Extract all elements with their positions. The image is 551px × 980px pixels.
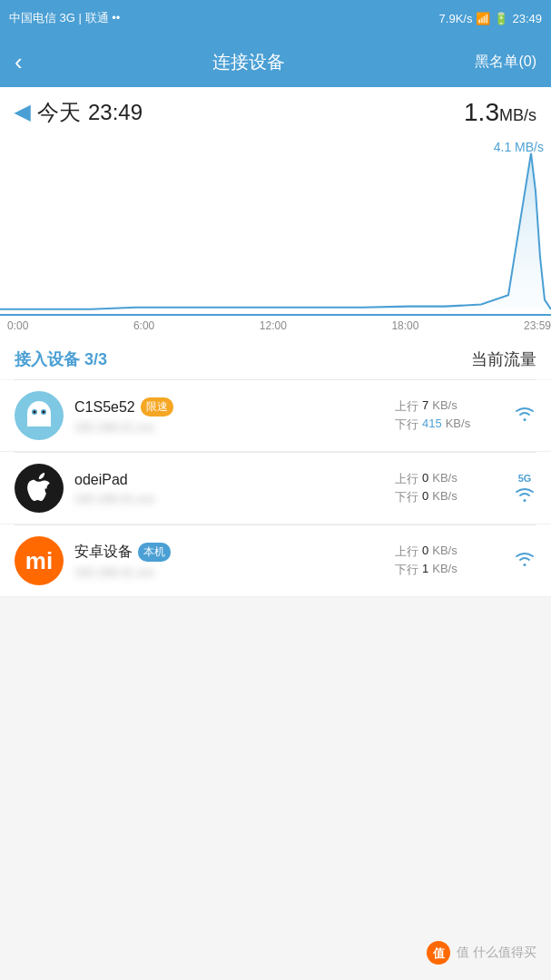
wifi-5g-icon: 5G: [513, 474, 536, 504]
device-traffic: 上行 0 KB/s 下行 0 KB/s: [395, 471, 495, 505]
chart-max-label: 4.1 MB/s: [494, 140, 544, 154]
device-info: 安卓设备 本机 192.168.31.xxx: [74, 543, 384, 579]
prev-day-arrow[interactable]: ◀: [15, 101, 30, 124]
connected-devices-label: 接入设备 3/3: [15, 348, 107, 370]
traffic-chart: 4.1 MB/s: [0, 134, 551, 316]
device-avatar: [15, 464, 64, 513]
x-label-4: 23:59: [524, 319, 551, 332]
device-name-row: C1S5e52 限速: [74, 397, 384, 416]
traffic-label: 当前流量: [471, 348, 536, 370]
device-traffic: 上行 7 KB/s 下行 415 KB/s: [395, 398, 495, 433]
device-mac: 192.168.31.xxx: [74, 492, 384, 505]
download-row: 下行 0 KB/s: [395, 489, 495, 505]
date-nav[interactable]: ◀ 今天 23:49: [15, 98, 143, 127]
svg-point-7: [43, 411, 45, 414]
x-label-3: 18:00: [391, 319, 418, 332]
status-carrier: 中国电信 3G | 联通 ••: [9, 10, 120, 26]
nav-title: 连接设备: [212, 50, 285, 74]
nav-bar: ‹ 连接设备 黑名单(0): [0, 36, 551, 87]
footer: 值 值 什么值得买: [426, 940, 536, 965]
footer-text: 值 什么值得买: [457, 945, 536, 961]
chart-svg: [0, 134, 551, 314]
chart-x-labels: 0:00 6:00 12:00 18:00 23:59: [0, 316, 551, 336]
svg-text:值: 值: [432, 946, 446, 960]
device-name: C1S5e52: [74, 399, 135, 416]
apple-icon: [25, 473, 53, 504]
blacklist-button[interactable]: 黑名单(0): [475, 53, 536, 72]
wifi-icon: [513, 403, 536, 428]
device-badge: 本机: [138, 543, 171, 562]
status-bar: 中国电信 3G | 联通 •• 7.9K/s 📶 🔋 23:49: [0, 0, 551, 36]
download-row: 下行 415 KB/s: [395, 416, 495, 433]
device-mac: 192.168.31.xxx: [74, 420, 384, 434]
device-traffic: 上行 0 KB/s 下行 1 KB/s: [395, 544, 495, 578]
svg-marker-0: [0, 153, 551, 309]
svg-point-6: [34, 411, 36, 414]
device-info: C1S5e52 限速 192.168.31.xxx: [74, 397, 384, 434]
device-badge: 限速: [141, 397, 173, 416]
device-info: odeiPad 192.168.31.xxx: [74, 472, 384, 505]
device-avatar: mi: [15, 536, 64, 585]
device-item[interactable]: mi 安卓设备 本机 192.168.31.xxx 上行 0 KB/s 下行 1…: [0, 525, 551, 597]
section-header: 接入设备 3/3 当前流量: [0, 336, 551, 379]
ghost-icon: [24, 400, 54, 431]
upload-row: 上行 0 KB/s: [395, 471, 495, 487]
status-right: 7.9K/s 📶 🔋 23:49: [439, 12, 542, 25]
x-label-0: 0:00: [7, 319, 28, 332]
device-name-row: 安卓设备 本机: [74, 543, 384, 562]
time-label: 23:49: [88, 100, 143, 125]
device-item[interactable]: odeiPad 192.168.31.xxx 上行 0 KB/s 下行 0 KB…: [0, 453, 551, 524]
device-name: 安卓设备: [74, 543, 133, 562]
current-speed: 1.3MB/s: [464, 98, 536, 127]
footer-logo: 值: [426, 940, 451, 965]
device-item[interactable]: C1S5e52 限速 192.168.31.xxx 上行 7 KB/s 下行 4…: [0, 380, 551, 452]
back-button[interactable]: ‹: [15, 48, 23, 76]
device-name-row: odeiPad: [74, 472, 384, 488]
device-mac: 192.168.31.xxx: [74, 565, 384, 579]
x-label-2: 12:00: [260, 319, 287, 332]
upload-row: 上行 7 KB/s: [395, 398, 495, 415]
device-name: odeiPad: [74, 472, 128, 488]
download-row: 下行 1 KB/s: [395, 562, 495, 578]
wifi-icon: [513, 548, 536, 573]
date-label: 今天: [37, 98, 81, 127]
x-label-1: 6:00: [133, 319, 154, 332]
device-avatar: [15, 391, 64, 440]
upload-row: 上行 0 KB/s: [395, 544, 495, 560]
date-speed-row: ◀ 今天 23:49 1.3MB/s: [0, 87, 551, 134]
device-list: C1S5e52 限速 192.168.31.xxx 上行 7 KB/s 下行 4…: [0, 380, 551, 597]
